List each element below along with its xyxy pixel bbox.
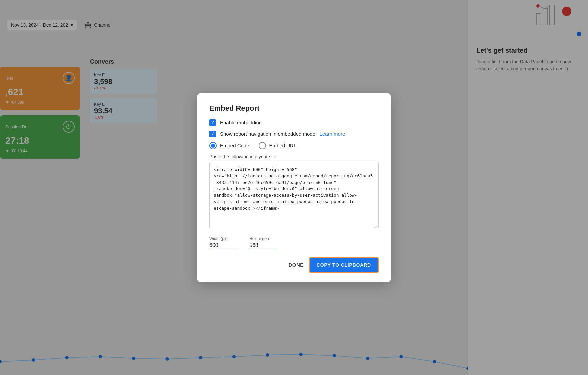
embed-code-label: Embed Code [220,143,249,148]
embed-type-radio-group: Embed Code Embed URL [209,142,379,149]
modal-overlay: Embed Report Enable embedding Show repor… [0,0,588,375]
height-field: Height (px) 568 [249,236,276,249]
dialog-title: Embed Report [209,104,379,113]
paste-instruction: Paste the following into your site: [209,154,379,159]
learn-more-link[interactable]: Learn more [320,131,345,137]
embed-url-option[interactable]: Embed URL [259,142,297,149]
enable-embedding-label: Enable embedding [220,120,262,125]
dimension-row: Width (px) 600 Height (px) 568 [209,236,379,249]
show-navigation-label: Show report navigation in embedded mode.… [220,131,345,137]
height-value[interactable]: 568 [249,242,276,249]
embed-report-dialog: Embed Report Enable embedding Show repor… [197,93,391,282]
show-navigation-checkbox[interactable] [209,131,216,137]
done-button[interactable]: DONE [288,262,303,268]
embed-url-label: Embed URL [269,143,297,148]
width-label: Width (px) [209,236,236,241]
embed-url-radio[interactable] [259,142,266,149]
height-label: Height (px) [249,236,276,241]
embed-code-radio[interactable] [209,142,217,149]
code-textarea[interactable] [209,162,379,228]
enable-embedding-row[interactable]: Enable embedding [209,119,379,126]
copy-to-clipboard-button[interactable]: COPY TO CLIPBOARD [309,257,379,273]
dialog-footer: DONE COPY TO CLIPBOARD [209,257,379,273]
embed-code-option[interactable]: Embed Code [209,142,249,149]
enable-embedding-checkbox[interactable] [209,119,216,126]
show-navigation-row[interactable]: Show report navigation in embedded mode.… [209,131,379,137]
width-field: Width (px) 600 [209,236,236,249]
width-value[interactable]: 600 [209,242,236,249]
